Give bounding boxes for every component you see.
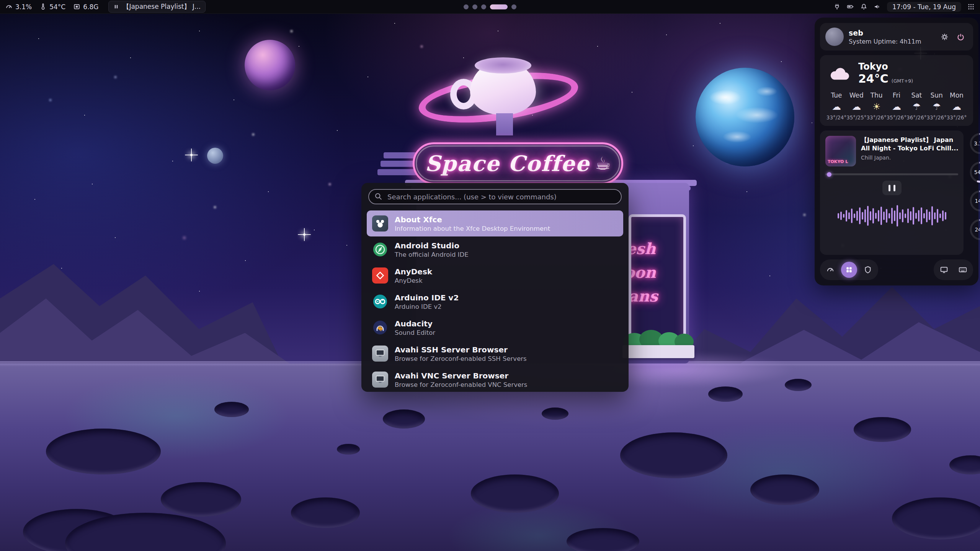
topbar-media-widget[interactable]: 【Japanese Playlist】 J...: [108, 1, 206, 13]
privacy-button[interactable]: [860, 262, 876, 278]
search-bar: [368, 189, 622, 204]
display-icon: [940, 266, 948, 274]
waveform-bar: [913, 207, 914, 225]
app-row-anydesk[interactable]: AnyDesk AnyDesk: [367, 262, 623, 289]
avahi-icon: [372, 372, 388, 388]
weather-header: Tokyo 24°C (GMT+9): [827, 61, 966, 85]
apps-button[interactable]: [841, 262, 857, 278]
quick-actions-right: [934, 259, 973, 280]
cpu-usage-value: 3.1%: [15, 3, 32, 11]
weather-summary: Tokyo 24°C (GMT+9): [858, 61, 913, 85]
avatar[interactable]: [825, 28, 844, 46]
waveform-bar: [878, 210, 879, 222]
app-texts: Android Studio The official Android IDE: [395, 241, 469, 258]
app-launcher: About Xfce Information about the Xfce De…: [361, 183, 629, 392]
power-button[interactable]: [953, 29, 968, 44]
performance-button[interactable]: [822, 262, 838, 278]
app-texts: Avahi SSH Server Browser Browse for Zero…: [395, 345, 527, 362]
keyboard-icon: [959, 266, 967, 274]
pause-icon: [889, 185, 890, 191]
cloud-icon: ☁: [852, 102, 861, 112]
waveform-bar: [937, 209, 938, 223]
app-row-audacity[interactable]: Audacity Sound Editor: [367, 315, 623, 341]
app-row-about-xfce[interactable]: About Xfce Information about the Xfce De…: [367, 210, 623, 236]
forecast-temps: 33°/26°: [866, 114, 886, 121]
search-icon: [374, 192, 382, 201]
pause-icon: [893, 185, 895, 191]
forecast-temps: 33°/26°: [926, 114, 946, 121]
settings-button[interactable]: [937, 29, 952, 44]
waveform-bar: [899, 212, 901, 219]
memory-indicator[interactable]: 6.8G: [73, 3, 98, 11]
roof-step: [384, 152, 418, 158]
system-uptime: System Uptime: 4h11m: [849, 38, 921, 45]
waveform-bar: [931, 206, 933, 225]
cloud-icon: ☁: [832, 102, 841, 112]
media-progress-bar[interactable]: [825, 173, 958, 175]
waveform-bar: [942, 210, 944, 221]
window-sign-line: Beans: [629, 284, 682, 308]
apps-grid-icon: [845, 266, 853, 274]
keyboard-button[interactable]: [955, 262, 971, 278]
waveform-bar: [886, 209, 887, 223]
quick-actions: [820, 259, 973, 280]
control-center-panel: seb System Uptime: 4h11m Tokyo 24°C (GMT…: [815, 18, 978, 285]
pause-button[interactable]: [882, 181, 902, 195]
waveform-bar: [867, 206, 869, 226]
performance-icon: [826, 266, 835, 274]
progress-knob[interactable]: [827, 172, 831, 177]
ram-icon: [73, 3, 80, 10]
waveform-bar: [910, 211, 911, 220]
cloud-icon: ☁: [952, 102, 961, 112]
bell-icon[interactable]: [860, 3, 867, 10]
app-grid-icon[interactable]: [967, 3, 975, 10]
waveform-bar: [929, 212, 930, 220]
clock[interactable]: 17:09 - Tue, 19 Aug: [887, 2, 961, 12]
memory-gauge: 14%: [968, 189, 980, 213]
plug-icon[interactable]: [833, 3, 841, 10]
neon-sign-text: Space Coffee: [425, 151, 590, 176]
gear-icon: [941, 33, 949, 41]
forecast-temps: 33°/24°: [826, 114, 846, 121]
album-art-label: TOKYO L: [828, 159, 848, 164]
app-name: Arduino IDE v2: [395, 293, 459, 302]
workspace-dot-active[interactable]: [490, 4, 508, 9]
waveform-bar: [851, 209, 853, 223]
rain-icon: ☂: [913, 102, 921, 112]
battery-icon[interactable]: [847, 3, 854, 10]
search-input[interactable]: [368, 189, 622, 204]
workspace-dot[interactable]: [472, 4, 477, 9]
app-description: Sound Editor: [395, 329, 435, 336]
cpu-indicator[interactable]: 3.1%: [5, 3, 32, 11]
forecast-day: Fri ☁ 35°/26°: [887, 91, 906, 121]
app-results-list: About Xfce Information about the Xfce De…: [367, 210, 623, 393]
topbar-right: 17:09 - Tue, 19 Aug: [833, 2, 975, 12]
waveform-bar: [848, 212, 850, 219]
top-bar: 3.1% 54°C 6.8G 【Japanese Playlist】 J... …: [0, 0, 980, 14]
anydesk-icon: [372, 267, 388, 284]
workspace-dot[interactable]: [511, 4, 516, 9]
waveform-bar: [923, 213, 925, 218]
volume-icon[interactable]: [874, 3, 881, 10]
app-texts: AnyDesk AnyDesk: [395, 267, 432, 284]
display-button[interactable]: [936, 262, 952, 278]
app-name: AnyDesk: [395, 267, 432, 276]
forecast-day-label: Sat: [911, 91, 922, 99]
temperature-indicator[interactable]: 54°C: [39, 3, 65, 11]
app-row-arduino[interactable]: Arduino IDE v2 Arduino IDE v2: [367, 289, 623, 315]
app-texts: Avahi VNC Server Browser Browse for Zero…: [395, 371, 527, 388]
workspace-dot[interactable]: [481, 4, 486, 9]
app-row-avahi-vnc[interactable]: Avahi VNC Server Browser Browse for Zero…: [367, 367, 623, 393]
workspace-dot[interactable]: [464, 4, 469, 9]
forecast-day: Thu ☀ 33°/26°: [867, 91, 886, 121]
waveform-bar: [880, 207, 882, 225]
app-row-avahi-ssh[interactable]: Avahi SSH Server Browser Browse for Zero…: [367, 341, 623, 367]
forecast-day: Sun ☂ 33°/26°: [927, 91, 946, 121]
album-art: TOKYO L: [825, 136, 856, 166]
app-description: Browse for Zeroconf-enabled SSH Servers: [395, 355, 527, 362]
forecast-day: Tue ☁ 33°/24°: [827, 91, 846, 121]
waveform-bar: [905, 214, 906, 218]
app-row-android-studio[interactable]: Android Studio The official Android IDE: [367, 236, 623, 262]
waveform-bar: [864, 209, 866, 222]
media-title-line2: All Night - Tokyo LoFi Chill...: [861, 144, 958, 153]
